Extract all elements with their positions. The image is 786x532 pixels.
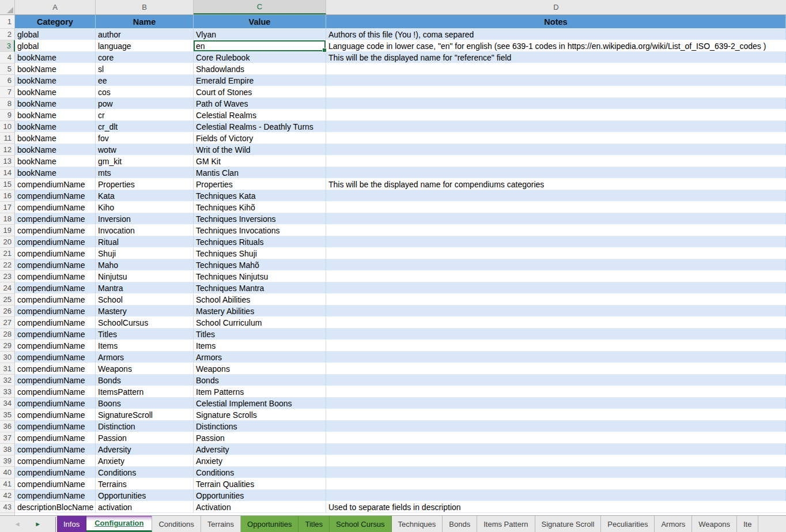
cell-A12[interactable]: bookName <box>15 144 96 156</box>
cell-D24[interactable] <box>326 282 786 294</box>
cell-A17[interactable]: compendiumName <box>15 202 96 213</box>
cell-B11[interactable]: fov <box>96 133 194 144</box>
sheet-tab-peculiarities[interactable]: Peculiarities <box>601 516 655 532</box>
cell-C28[interactable]: Titles <box>194 329 326 340</box>
cell-C38[interactable]: Adversity <box>194 444 326 455</box>
cell-B24[interactable]: Mantra <box>96 282 194 294</box>
cell-D43[interactable]: Used to separate fields in description <box>326 501 786 513</box>
row-header-35[interactable]: 35 <box>0 409 15 421</box>
cell-C26[interactable]: Mastery Abilities <box>194 305 326 317</box>
cell-B37[interactable]: Passion <box>96 432 194 444</box>
cell-B29[interactable]: Items <box>96 340 194 352</box>
cell-B31[interactable]: Weapons <box>96 363 194 375</box>
cell-D40[interactable] <box>326 467 786 478</box>
sheet-tab-configuration[interactable]: Configuration <box>86 516 152 532</box>
cell-A19[interactable]: compendiumName <box>15 225 96 236</box>
cell-D29[interactable] <box>326 340 786 352</box>
row-header-14[interactable]: 14 <box>0 167 15 179</box>
row-header-42[interactable]: 42 <box>0 490 15 501</box>
cell-D11[interactable] <box>326 133 786 144</box>
cell-B38[interactable]: Adversity <box>96 444 194 455</box>
cell-D32[interactable] <box>326 375 786 386</box>
cell-C4[interactable]: Core Rulebook <box>194 52 326 63</box>
row-header-37[interactable]: 37 <box>0 432 15 444</box>
cell-B12[interactable]: wotw <box>96 144 194 156</box>
cell-D16[interactable] <box>326 190 786 202</box>
cell-C22[interactable]: Techniques Mahõ <box>194 259 326 271</box>
cell-C42[interactable]: Opportunities <box>194 490 326 501</box>
cell-C19[interactable]: Techniques Invocations <box>194 225 326 236</box>
row-header-22[interactable]: 22 <box>0 259 15 271</box>
cell-D5[interactable] <box>326 63 786 75</box>
cell-C25[interactable]: School Abilities <box>194 294 326 305</box>
cell-A24[interactable]: compendiumName <box>15 282 96 294</box>
column-header-b[interactable]: B <box>96 0 194 14</box>
cell-C40[interactable]: Conditions <box>194 467 326 478</box>
cell-A16[interactable]: compendiumName <box>15 190 96 202</box>
cell-D27[interactable] <box>326 317 786 329</box>
cell-A43[interactable]: descriptionBlocName <box>15 501 96 513</box>
cell-C39[interactable]: Anxiety <box>194 455 326 467</box>
cell-C10[interactable]: Celestial Realms - Deathly Turns <box>194 121 326 133</box>
cell-C29[interactable]: Items <box>194 340 326 352</box>
row-header-13[interactable]: 13 <box>0 156 15 167</box>
row-header-11[interactable]: 11 <box>0 133 15 144</box>
cell-B5[interactable]: sl <box>96 63 194 75</box>
sheet-tab-signature-scroll[interactable]: Signature Scroll <box>535 516 602 532</box>
cell-C37[interactable]: Passion <box>194 432 326 444</box>
row-header-33[interactable]: 33 <box>0 386 15 398</box>
row-header-39[interactable]: 39 <box>0 455 15 467</box>
tab-scroll-right-icon[interactable]: ► <box>35 521 41 527</box>
cell-C24[interactable]: Techniques Mantra <box>194 282 326 294</box>
cell-D9[interactable] <box>326 110 786 121</box>
cell-A33[interactable]: compendiumName <box>15 386 96 398</box>
cell-D35[interactable] <box>326 409 786 421</box>
cell-C32[interactable]: Bonds <box>194 375 326 386</box>
sheet-tab-titles[interactable]: Titles <box>298 516 330 532</box>
cell-B32[interactable]: Bonds <box>96 375 194 386</box>
cell-A41[interactable]: compendiumName <box>15 478 96 490</box>
cell-A42[interactable]: compendiumName <box>15 490 96 501</box>
row-header-31[interactable]: 31 <box>0 363 15 375</box>
cell-A38[interactable]: compendiumName <box>15 444 96 455</box>
cell-B35[interactable]: SignatureScroll <box>96 409 194 421</box>
cell-D12[interactable] <box>326 144 786 156</box>
cell-A30[interactable]: compendiumName <box>15 352 96 363</box>
row-header-38[interactable]: 38 <box>0 444 15 455</box>
cell-B10[interactable]: cr_dlt <box>96 121 194 133</box>
cell-C7[interactable]: Court of Stones <box>194 86 326 98</box>
cell-C23[interactable]: Techniques Ninjutsu <box>194 271 326 282</box>
cell-A34[interactable]: compendiumName <box>15 398 96 409</box>
column-header-d[interactable]: D <box>326 0 786 14</box>
cell-B13[interactable]: gm_kit <box>96 156 194 167</box>
row-header-4[interactable]: 4 <box>0 52 15 63</box>
cell-D22[interactable] <box>326 259 786 271</box>
cell-B40[interactable]: Conditions <box>96 467 194 478</box>
cell-D7[interactable] <box>326 86 786 98</box>
cell-A8[interactable]: bookName <box>15 98 96 110</box>
cell-B2[interactable]: author <box>96 29 194 40</box>
cell-A32[interactable]: compendiumName <box>15 375 96 386</box>
cell-A3[interactable]: global <box>15 40 96 52</box>
cell-B9[interactable]: cr <box>96 110 194 121</box>
cell-C5[interactable]: Shadowlands <box>194 63 326 75</box>
row-header-15[interactable]: 15 <box>0 179 15 190</box>
cell-B15[interactable]: Properties <box>96 179 194 190</box>
cell-D31[interactable] <box>326 363 786 375</box>
cell-A4[interactable]: bookName <box>15 52 96 63</box>
select-all-button[interactable] <box>0 0 15 14</box>
cell-D4[interactable]: This will be the displayed name for "ref… <box>326 52 786 63</box>
row-header-41[interactable]: 41 <box>0 478 15 490</box>
cell-B26[interactable]: Mastery <box>96 305 194 317</box>
cell-B28[interactable]: Titles <box>96 329 194 340</box>
sheet-tab-ite[interactable]: Ite <box>737 516 758 532</box>
header-cell-notes[interactable]: Notes <box>326 15 786 29</box>
cell-A28[interactable]: compendiumName <box>15 329 96 340</box>
cell-D36[interactable] <box>326 421 786 432</box>
cell-A39[interactable]: compendiumName <box>15 455 96 467</box>
row-header-6[interactable]: 6 <box>0 75 15 86</box>
cell-D28[interactable] <box>326 329 786 340</box>
sheet-tab-school-cursus[interactable]: School Cursus <box>330 516 392 532</box>
cell-B16[interactable]: Kata <box>96 190 194 202</box>
cell-A20[interactable]: compendiumName <box>15 236 96 248</box>
